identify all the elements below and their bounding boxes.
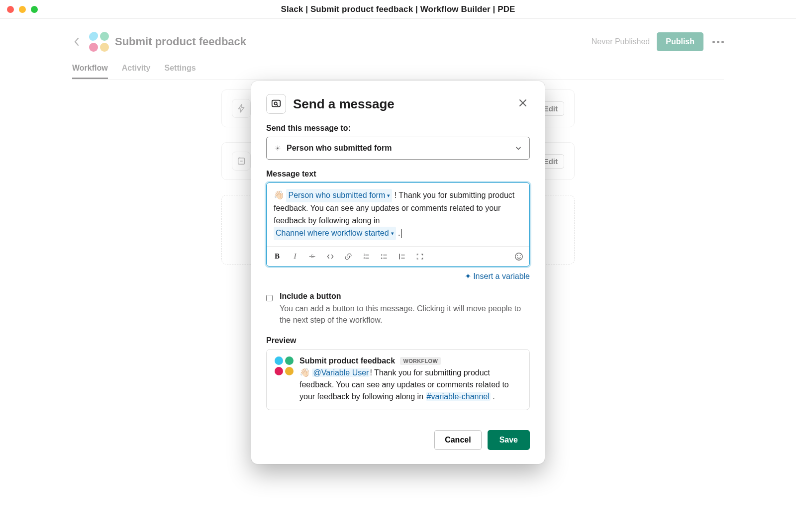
code-icon[interactable] bbox=[326, 253, 335, 261]
svg-point-11 bbox=[381, 258, 382, 259]
insert-variable-link[interactable]: ✦Insert a variable bbox=[465, 272, 530, 280]
italic-icon[interactable]: I bbox=[291, 252, 299, 261]
message-search-icon bbox=[266, 94, 286, 114]
svg-text:2: 2 bbox=[363, 256, 365, 259]
code-block-icon[interactable] bbox=[416, 253, 425, 261]
close-icon[interactable] bbox=[518, 98, 530, 110]
variable-chip-label: Channel where workflow started bbox=[276, 227, 389, 240]
bullet-list-icon[interactable] bbox=[380, 253, 389, 261]
preview-label: Preview bbox=[266, 336, 530, 345]
modal-overlay: Send a message Send this message to: Per… bbox=[0, 19, 796, 532]
blockquote-icon[interactable] bbox=[398, 253, 407, 261]
bold-icon[interactable]: B bbox=[273, 252, 282, 261]
ordered-list-icon[interactable]: 12 bbox=[362, 253, 371, 261]
text-cursor bbox=[401, 229, 402, 238]
workflow-avatar-icon bbox=[275, 356, 294, 375]
variable-chip-person[interactable]: Person who submitted form ▾ bbox=[286, 189, 392, 202]
preview-box: Submit product feedback WORKFLOW 👋🏻 @Var… bbox=[266, 349, 530, 411]
wave-emoji-icon: 👋🏻 bbox=[299, 368, 310, 377]
user-mention: @Variable User bbox=[312, 368, 370, 377]
svg-point-3 bbox=[277, 147, 278, 149]
window-title: Slack | Submit product feedback | Workfl… bbox=[0, 4, 796, 14]
zoom-window-icon[interactable] bbox=[31, 6, 38, 13]
chevron-down-icon: ▾ bbox=[387, 191, 390, 200]
message-editor[interactable]: 👋🏻 Person who submitted form ▾ ! Thank y… bbox=[266, 182, 530, 266]
message-text-label: Message text bbox=[266, 170, 530, 178]
editor-toolbar: B I S 12 bbox=[267, 246, 529, 266]
modal-title: Send a message bbox=[293, 96, 395, 112]
preview-title: Submit product feedback bbox=[299, 356, 395, 365]
send-message-modal: Send a message Send this message to: Per… bbox=[251, 81, 545, 464]
message-text-tail: . bbox=[396, 229, 400, 237]
send-to-value: Person who submitted form bbox=[287, 144, 392, 153]
svg-point-18 bbox=[517, 255, 518, 256]
svg-point-10 bbox=[381, 254, 382, 255]
emoji-icon[interactable] bbox=[514, 252, 523, 261]
close-window-icon[interactable] bbox=[7, 6, 14, 13]
window-controls bbox=[7, 6, 38, 13]
insert-variable-label: Insert a variable bbox=[473, 272, 530, 280]
svg-point-19 bbox=[520, 255, 521, 256]
variable-chip-channel[interactable]: Channel where workflow started ▾ bbox=[274, 227, 396, 240]
link-icon[interactable] bbox=[344, 253, 353, 261]
titlebar: Slack | Submit product feedback | Workfl… bbox=[0, 0, 796, 19]
preview-tail: . bbox=[491, 392, 495, 401]
svg-point-2 bbox=[274, 102, 277, 105]
send-to-label: Send this message to: bbox=[266, 124, 530, 133]
channel-reference: #variable-channel bbox=[426, 392, 491, 401]
include-button-checkbox[interactable] bbox=[266, 294, 273, 302]
variable-chip-label: Person who submitted form bbox=[288, 189, 385, 202]
chevron-down-icon: ▾ bbox=[391, 229, 394, 238]
strikethrough-icon[interactable]: S bbox=[308, 253, 317, 260]
message-body[interactable]: 👋🏻 Person who submitted form ▾ ! Thank y… bbox=[267, 183, 529, 246]
preview-text: 👋🏻 @Variable User! Thank you for submitt… bbox=[299, 366, 521, 403]
chevron-down-icon bbox=[514, 144, 522, 152]
svg-rect-1 bbox=[272, 100, 281, 107]
send-to-select[interactable]: Person who submitted form bbox=[266, 137, 530, 160]
svg-text:1: 1 bbox=[363, 253, 365, 256]
include-button-label: Include a button bbox=[280, 292, 530, 301]
minimize-window-icon[interactable] bbox=[19, 6, 26, 13]
svg-point-17 bbox=[515, 253, 522, 260]
include-button-desc: You can add a button to this message. Cl… bbox=[280, 303, 530, 326]
wave-emoji-icon: 👋🏻 bbox=[274, 190, 284, 200]
save-button[interactable]: Save bbox=[488, 430, 530, 450]
sparkle-icon: ✦ bbox=[465, 272, 471, 280]
sparkle-icon bbox=[274, 144, 282, 152]
cancel-button[interactable]: Cancel bbox=[434, 430, 481, 450]
workflow-badge: WORKFLOW bbox=[400, 357, 441, 365]
